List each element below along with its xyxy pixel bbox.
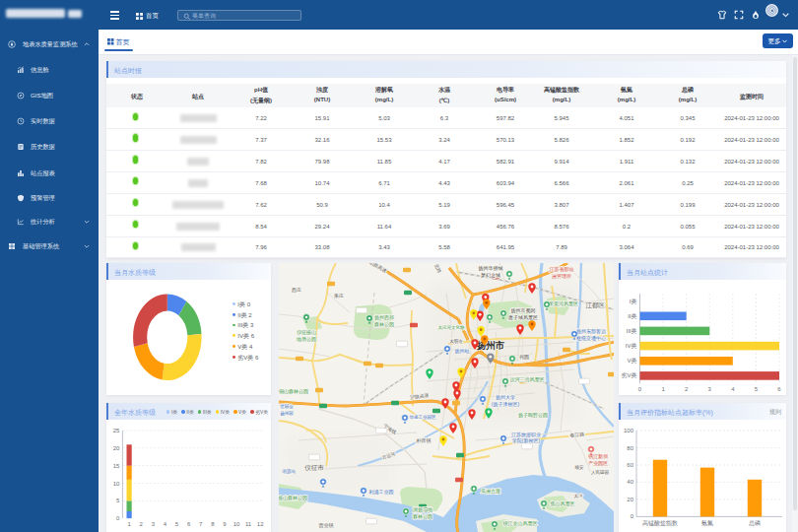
svg-text:0: 0 [638,386,642,392]
svg-text:扬州市: 扬州市 [476,340,505,351]
svg-text:茱萸湾风景区: 茱萸湾风景区 [549,300,578,307]
svg-text:枢纽交通中心: 枢纽交通中心 [576,335,606,341]
svg-text:森林公园: 森林公园 [374,321,394,328]
svg-text:唐子城风景区: 唐子城风景区 [508,314,538,321]
svg-text:西庄: 西庄 [292,287,301,294]
svg-text:6: 6 [187,521,191,527]
svg-text:9: 9 [223,521,227,527]
svg-text:2: 2 [685,386,689,392]
svg-text:15: 15 [113,463,120,469]
svg-text:大明寺: 大明寺 [449,339,463,344]
svg-text:泗源沟: 泗源沟 [282,468,296,474]
svg-text:扬子颐野公园: 扬子颐野公园 [518,412,548,419]
svg-text:40: 40 [627,479,633,485]
svg-text:4: 4 [731,386,735,392]
svg-text:洲管理所: 洲管理所 [552,273,571,280]
svg-text:20: 20 [627,497,633,502]
svg-text:扬州东部客运: 扬州东部客运 [576,328,606,335]
svg-text:世园会: 世园会 [280,404,294,409]
svg-text:仪征捺山: 仪征捺山 [297,329,316,336]
svg-text:扬州站: 扬州站 [455,348,470,355]
svg-text:镇江金山风景区: 镇江金山风景区 [503,520,538,527]
svg-text:II类: II类 [628,313,636,319]
svg-text:劣V类: 劣V类 [621,372,636,379]
svg-text:10: 10 [113,481,120,487]
svg-text:20: 20 [113,445,120,451]
svg-text:瓜洲古渡: 瓜洲古渡 [481,488,500,495]
svg-text:产业园区: 产业园区 [588,460,608,467]
svg-text:0: 0 [116,515,120,521]
svg-text:氨氮: 氨氮 [701,519,713,526]
svg-text:营业镇: 营业镇 [319,522,334,529]
svg-text:华摘工业园区: 华摘工业园区 [410,414,437,420]
svg-text:60: 60 [627,462,633,468]
svg-text:11: 11 [245,521,252,527]
svg-text:4: 4 [164,521,167,527]
svg-text:江都区: 江都区 [585,301,605,309]
svg-text:铜山森林公园: 铜山森林公园 [279,388,308,395]
svg-text:5: 5 [175,521,179,527]
svg-text:朴席镇: 朴席镇 [416,437,432,443]
svg-text:焦山风景区: 焦山风景区 [551,500,575,506]
svg-text:1: 1 [127,521,131,527]
svg-text:高锰酸盐指数: 高锰酸盐指数 [642,519,678,527]
svg-text:5: 5 [116,498,120,503]
svg-text:扬州西郊: 扬州西郊 [374,314,394,321]
svg-text:总磷: 总磷 [748,520,761,526]
svg-text:朱庄: 朱庄 [334,293,344,299]
svg-text:1: 1 [661,386,665,392]
svg-text:80: 80 [627,445,633,451]
svg-text:大汴: 大汴 [574,494,584,499]
svg-text:扬州市蜀冈: 扬州市蜀冈 [511,307,536,314]
svg-text:梦幻之城: 梦幻之城 [481,272,500,279]
svg-text:森林公园: 森林公园 [413,513,432,520]
svg-text:IV类: IV类 [626,343,637,349]
svg-text:利涌工业园: 利涌工业园 [369,489,394,496]
svg-text:7: 7 [199,521,203,527]
svg-text:仪征市: 仪征市 [304,464,324,471]
svg-text:运河三湾风景区: 运河三湾风景区 [510,376,545,383]
svg-text:何园: 何园 [519,354,529,361]
svg-text:100: 100 [624,428,634,433]
svg-text:III类: III类 [626,328,636,334]
svg-text:5: 5 [755,386,759,392]
svg-text:I类: I类 [630,299,637,304]
svg-text:顺安: 顺安 [575,465,585,470]
svg-text:捺山森林公园: 捺山森林公园 [279,495,307,501]
svg-text:地质公园: 地质公园 [296,336,316,343]
svg-text:25: 25 [113,428,120,433]
svg-text:学院(新校区): 学院(新校区) [512,437,541,444]
svg-text:V类: V类 [627,358,636,364]
svg-text:10: 10 [233,521,240,527]
svg-text:3: 3 [152,521,156,527]
svg-text:扬州华侨城: 扬州华侨城 [479,265,503,272]
svg-text:6: 6 [777,386,781,392]
svg-text:(扬子津校区): (扬子津校区) [492,401,520,408]
svg-text:0: 0 [631,513,634,519]
svg-text:大运河文化旅: 大运河文化旅 [438,324,466,330]
svg-text:2: 2 [140,521,144,527]
svg-text:12: 12 [257,521,264,527]
svg-text:8: 8 [211,521,215,527]
svg-text:3: 3 [708,386,712,392]
svg-text:扬州大学: 扬州大学 [496,394,515,401]
svg-text:人民田园: 人民田园 [591,470,609,475]
svg-text:润扬湿地: 润扬湿地 [412,506,432,513]
svg-text:江苏省邵仙: 江苏省邵仙 [550,266,574,273]
